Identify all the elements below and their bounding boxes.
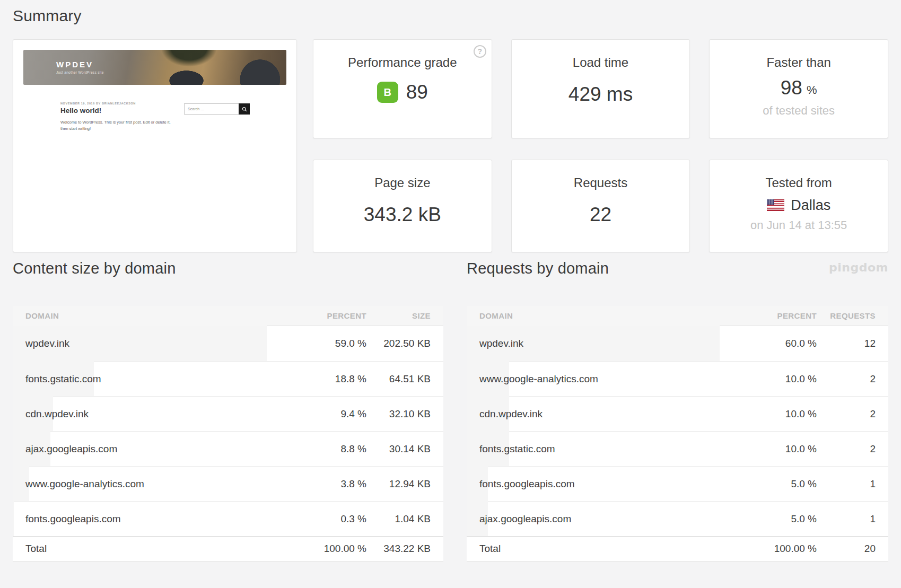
col-percent: PERCENT <box>276 311 366 320</box>
table-row: wpdev.ink60.0 %12 <box>467 326 888 361</box>
faster-than-subtext: of tested sites <box>710 104 888 118</box>
table-row: cdn.wpdev.ink10.0 %2 <box>467 396 888 431</box>
percent-unit: % <box>807 83 817 97</box>
domain-cell: fonts.gstatic.com <box>13 373 276 385</box>
card-label: Performance grade <box>313 55 492 70</box>
table-header: DOMAIN PERCENT REQUESTS <box>467 306 888 326</box>
domain-cell: www.google-analytics.com <box>467 373 727 385</box>
card-label: Faster than <box>710 55 888 70</box>
magnifier-icon <box>242 107 247 112</box>
table-body: wpdev.ink59.0 %202.50 KBfonts.gstatic.co… <box>13 326 443 536</box>
requests-value: 22 <box>512 204 690 226</box>
total-row: Total 100.00 % 343.22 KB <box>13 536 443 561</box>
domain-cell: fonts.googleapis.com <box>467 478 727 490</box>
table-row: www.google-analytics.com3.8 %12.94 KB <box>13 466 443 501</box>
col-size: SIZE <box>366 311 443 320</box>
card-label: Page size <box>313 175 492 190</box>
domain-cell: www.google-analytics.com <box>13 478 276 490</box>
total-label: Total <box>467 543 727 555</box>
table-row: www.google-analytics.com10.0 %2 <box>467 361 888 396</box>
card-label: Tested from <box>710 175 888 190</box>
percent-cell: 10.0 % <box>727 373 817 385</box>
table-row: cdn.wpdev.ink9.4 %32.10 KB <box>13 396 443 431</box>
value-cell: 64.51 KB <box>366 373 443 385</box>
table-header: DOMAIN PERCENT SIZE <box>13 306 443 326</box>
percent-cell: 10.0 % <box>727 408 817 420</box>
domain-cell: wpdev.ink <box>467 338 727 349</box>
col-percent: PERCENT <box>727 311 817 320</box>
value-cell: 1.04 KB <box>366 513 443 525</box>
domain-cell: cdn.wpdev.ink <box>13 408 276 420</box>
help-icon[interactable]: ? <box>474 45 486 58</box>
domain-tables-section: Content size by domain DOMAIN PERCENT SI… <box>0 252 901 561</box>
requests-table: DOMAIN PERCENT REQUESTS wpdev.ink60.0 %1… <box>467 306 888 561</box>
faster-than-card: Faster than 98 % of tested sites <box>709 39 888 138</box>
requests-column: Requests by domain DOMAIN PERCENT REQUES… <box>467 252 888 561</box>
site-tagline: Just another WordPress site <box>56 71 104 74</box>
total-requests: 20 <box>817 543 888 555</box>
value-cell: 12.94 KB <box>366 478 443 490</box>
value-cell: 30.14 KB <box>366 443 443 455</box>
tested-from-card: Tested from Dallas on Jun 14 at 13:55 <box>709 160 888 253</box>
table-row: wpdev.ink59.0 %202.50 KB <box>13 326 443 361</box>
percent-cell: 9.4 % <box>276 408 366 420</box>
card-label: Requests <box>512 175 690 190</box>
percent-cell: 60.0 % <box>727 338 817 349</box>
search-input <box>184 103 239 115</box>
website-thumbnail: WPDEV Just another WordPress site NOVEMB… <box>13 39 297 252</box>
search-widget <box>184 103 250 115</box>
percent-cell: 3.8 % <box>276 478 366 490</box>
content-size-title: Content size by domain <box>13 260 443 277</box>
us-flag-icon <box>767 199 784 211</box>
table-row: fonts.googleapis.com0.3 %1.04 KB <box>13 501 443 536</box>
table-body: wpdev.ink60.0 %12www.google-analytics.co… <box>467 326 888 536</box>
table-row: ajax.googleapis.com5.0 %1 <box>467 501 888 536</box>
total-percent: 100.00 % <box>727 543 817 555</box>
percent-cell: 5.0 % <box>727 513 817 525</box>
pingdom-results-page: Summary WPDEV Just another WordPress sit… <box>0 0 901 588</box>
site-title: WPDEV <box>56 60 104 69</box>
domain-cell: wpdev.ink <box>13 338 276 349</box>
faster-than-value: 98 <box>781 77 802 99</box>
value-cell: 2 <box>817 443 888 455</box>
value-cell: 1 <box>817 478 888 490</box>
domain-cell: ajax.googleapis.com <box>467 513 727 525</box>
metric-cards: ? Performance grade B 89 Load time 429 m… <box>313 39 888 252</box>
site-identity: WPDEV Just another WordPress site <box>56 60 104 74</box>
card-label: Load time <box>512 55 690 70</box>
domain-cell: fonts.gstatic.com <box>467 443 727 455</box>
page-size-value: 343.2 kB <box>313 204 492 226</box>
site-header-image: WPDEV Just another WordPress site <box>23 50 286 85</box>
tested-from-city: Dallas <box>791 197 830 214</box>
summary-section: WPDEV Just another WordPress site NOVEMB… <box>0 39 901 252</box>
value-cell: 2 <box>817 373 888 385</box>
performance-grade-card: ? Performance grade B 89 <box>313 39 492 138</box>
col-requests: REQUESTS <box>817 311 888 320</box>
percent-cell: 5.0 % <box>727 478 817 490</box>
page-size-card: Page size 343.2 kB <box>313 160 492 253</box>
domain-cell: ajax.googleapis.com <box>13 443 276 455</box>
value-cell: 202.50 KB <box>366 338 443 349</box>
table-row: ajax.googleapis.com8.8 %30.14 KB <box>13 431 443 466</box>
content-size-column: Content size by domain DOMAIN PERCENT SI… <box>13 252 443 561</box>
total-size: 343.22 KB <box>366 543 443 555</box>
value-cell: 32.10 KB <box>366 408 443 420</box>
tested-from-date: on Jun 14 at 13:55 <box>710 218 888 232</box>
requests-card: Requests 22 <box>511 160 690 253</box>
table-row: fonts.googleapis.com5.0 %1 <box>467 466 888 501</box>
total-label: Total <box>13 543 276 555</box>
percent-cell: 8.8 % <box>276 443 366 455</box>
percent-cell: 18.8 % <box>276 373 366 385</box>
total-row: Total 100.00 % 20 <box>467 536 888 561</box>
total-percent: 100.00 % <box>276 543 366 555</box>
requests-title: Requests by domain <box>467 260 888 277</box>
post-title: Hello world! <box>60 107 181 115</box>
post-meta: NOVEMBER 19, 2016 BY BRIANLEEJACKSON <box>60 102 181 105</box>
domain-cell: cdn.wpdev.ink <box>467 408 727 420</box>
post-preview: NOVEMBER 19, 2016 BY BRIANLEEJACKSON Hel… <box>60 102 181 132</box>
col-domain: DOMAIN <box>13 311 276 320</box>
percent-cell: 10.0 % <box>727 443 817 455</box>
col-domain: DOMAIN <box>467 311 727 320</box>
load-time-card: Load time 429 ms <box>511 39 690 138</box>
value-cell: 12 <box>817 338 888 349</box>
